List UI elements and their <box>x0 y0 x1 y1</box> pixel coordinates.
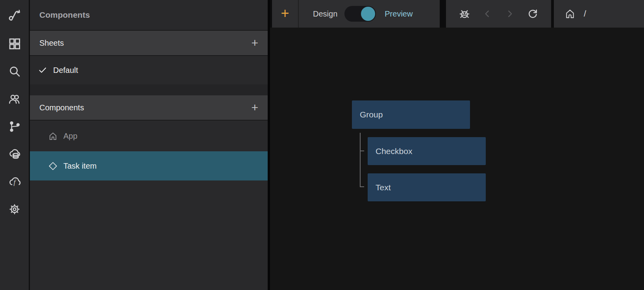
components-header-label: Components <box>39 103 84 112</box>
refresh-icon[interactable] <box>526 7 539 20</box>
toolbar-add-section: + <box>272 0 299 28</box>
home-icon[interactable] <box>563 7 577 20</box>
icon-rail: f <box>0 0 30 290</box>
chevron-left-icon[interactable] <box>481 7 494 20</box>
home-icon <box>48 131 57 141</box>
address-section: / <box>554 0 644 28</box>
tree-connector-vertical <box>360 133 361 187</box>
branch-icon[interactable] <box>8 120 21 133</box>
components-section-header: Components + <box>30 95 268 120</box>
sheets-section-header: Sheets + <box>30 31 268 55</box>
components-panel: Components Sheets + Default Components + <box>30 0 268 290</box>
cloud-data-icon[interactable] <box>8 147 21 161</box>
add-element-button[interactable]: + <box>281 6 289 20</box>
tree-node-text[interactable]: Text <box>368 173 486 201</box>
tree-node-label: Checkbox <box>376 147 412 156</box>
chevron-right-icon[interactable] <box>503 7 516 20</box>
tree-node-label: Group <box>360 110 383 119</box>
design-preview-toggle[interactable] <box>344 6 376 22</box>
url-path[interactable]: / <box>584 9 586 19</box>
preview-mode-label[interactable]: Preview <box>385 9 413 19</box>
toolbar: + Design Preview <box>270 0 644 28</box>
sheet-item-default[interactable]: Default <box>30 56 268 84</box>
check-icon <box>38 65 47 75</box>
tree-node-group[interactable]: Group <box>352 100 470 129</box>
tree-node-label: Text <box>376 183 391 192</box>
sheet-item-label: Default <box>53 66 78 75</box>
component-item-task-item[interactable]: Task item <box>30 151 268 180</box>
app-window: f Components Sheets + Defaul <box>0 0 644 290</box>
toggle-knob <box>361 7 375 21</box>
nav-controls-section <box>446 0 551 28</box>
svg-text:f: f <box>13 178 16 186</box>
panel-empty-area <box>30 180 268 290</box>
section-gap <box>30 84 268 95</box>
tree-connector-checkbox <box>360 151 364 151</box>
nordcraft-logo[interactable] <box>8 9 21 22</box>
panel-title: Components <box>30 0 268 30</box>
component-item-app[interactable]: App <box>30 121 268 151</box>
canvas: + Design Preview <box>268 0 644 290</box>
tree-connector-text <box>360 186 364 187</box>
component-item-label: Task item <box>63 162 96 171</box>
bug-icon[interactable] <box>458 7 471 20</box>
grid-icon[interactable] <box>8 37 21 50</box>
search-icon[interactable] <box>8 65 21 78</box>
add-component-button[interactable]: + <box>250 102 259 113</box>
element-tree-stage: Group Checkbox Text <box>270 28 644 290</box>
sheets-header-label: Sheets <box>39 39 64 48</box>
tree-node-checkbox[interactable]: Checkbox <box>368 137 486 165</box>
component-item-label: App <box>63 132 78 141</box>
gear-icon[interactable] <box>8 203 21 216</box>
add-sheet-button[interactable]: + <box>250 37 259 49</box>
diamond-icon <box>48 161 57 171</box>
design-mode-label[interactable]: Design <box>313 9 337 19</box>
users-icon[interactable] <box>8 92 21 106</box>
mode-switch-section: Design Preview <box>299 0 440 28</box>
cloud-function-icon[interactable]: f <box>8 175 21 188</box>
